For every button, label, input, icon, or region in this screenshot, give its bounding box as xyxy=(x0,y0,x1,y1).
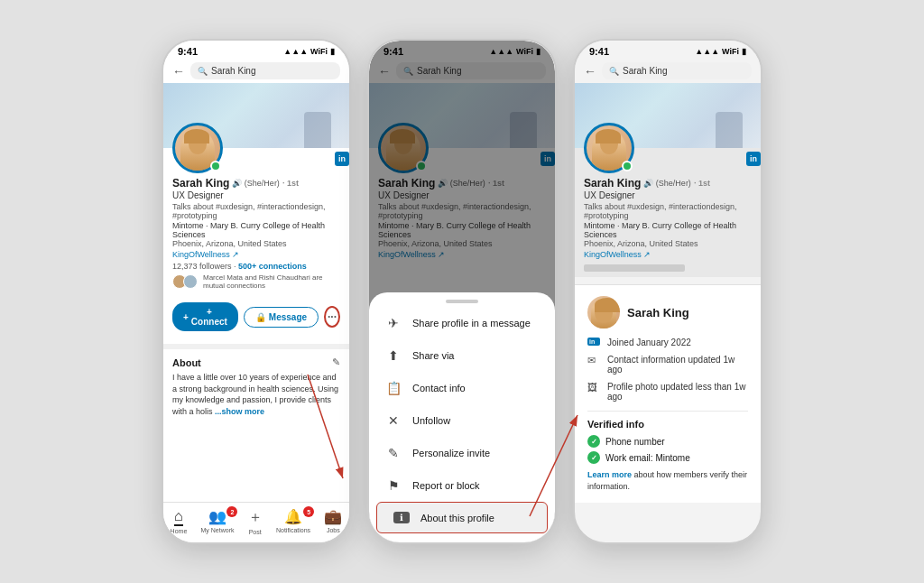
unfollow-icon: ✕ xyxy=(385,413,402,428)
contact-info-label: Contact info xyxy=(412,383,466,393)
connections-1: 500+ connections xyxy=(238,262,307,271)
about-text-1: I have a little over 10 years of experie… xyxy=(172,372,340,417)
about-section-1: About ✎ I have a little over 10 years of… xyxy=(163,344,349,424)
report-icon: ⚑ xyxy=(385,478,402,493)
time-3: 9:41 xyxy=(589,46,609,57)
search-bar-1: ← 🔍 Sarah King xyxy=(163,59,349,83)
verified-phone: ✓ Phone number xyxy=(587,435,748,448)
nav-jobs-1[interactable]: 💼 Jobs xyxy=(324,508,342,535)
panel-name-text: Sarah King xyxy=(627,306,689,319)
sheet-item-contact-info[interactable]: 📋 Contact info xyxy=(369,372,555,404)
about-profile-panel: Sarah King in Joined January 2022 ✉ Cont… xyxy=(575,284,761,503)
nav-post-1[interactable]: ＋ Post xyxy=(248,508,263,535)
sheet-item-personalize[interactable]: ✎ Personalize invite xyxy=(369,437,555,469)
envelope-icon: ✉ xyxy=(587,355,600,366)
panel-avatar xyxy=(587,296,620,329)
time-1: 9:41 xyxy=(178,46,198,57)
nav-home-1[interactable]: ⌂ Home xyxy=(171,508,188,535)
contact-info-icon: 📋 xyxy=(385,381,402,395)
edit-icon-1[interactable]: ✎ xyxy=(332,356,340,368)
panel-name: Sarah King xyxy=(587,296,748,329)
action-buttons-1: + + Connect 🔒 Message ··· xyxy=(163,302,349,338)
sheet-item-unfollow[interactable]: ✕ Unfollow xyxy=(369,404,555,437)
status-icons-1: ▲▲▲ WiFi ▮ xyxy=(283,47,335,56)
nav-notifications-1[interactable]: 🔔 5 Notifications xyxy=(276,508,310,535)
nav-network-1[interactable]: 👥 2 My Network xyxy=(201,508,235,535)
profile-section-1: in Sarah King 🔊 (She/Her) · 1st UX Desig… xyxy=(163,148,349,295)
signal-icon-1: ▲▲▲ xyxy=(283,47,308,56)
profile-company-3: Mintome · Mary B. Curry College of Healt… xyxy=(584,221,752,239)
search-icon-3: 🔍 xyxy=(609,67,619,76)
followers-1: 12,373 followers · 500+ connections xyxy=(172,262,340,271)
photo-icon: 🖼 xyxy=(587,382,600,393)
share-message-icon: ✈ xyxy=(385,316,402,330)
status-bar-3: 9:41 ▲▲▲ WiFi ▮ xyxy=(575,41,761,59)
sheet-item-about-profile[interactable]: ℹ About this profile xyxy=(376,502,548,533)
phone-1: 9:41 ▲▲▲ WiFi ▮ ← 🔍 Sarah King xyxy=(162,39,351,544)
share-via-icon: ⬆ xyxy=(385,348,402,363)
learn-more-link[interactable]: Learn more xyxy=(587,470,632,479)
degree-badge-3: · 1st xyxy=(694,179,710,188)
degree-badge-1: · 1st xyxy=(282,179,299,188)
profile-name-1: Sarah King 🔊 (She/Her) · 1st xyxy=(172,177,340,190)
panel-info-joined: in Joined January 2022 xyxy=(587,338,748,347)
avatar-wrap-3 xyxy=(584,123,634,173)
more-button-1[interactable]: ··· xyxy=(324,306,340,328)
search-text-1: Sarah King xyxy=(211,66,255,76)
battery-icon-3: ▮ xyxy=(742,47,746,56)
personalize-icon: ✎ xyxy=(385,446,402,460)
online-status-3 xyxy=(622,161,633,171)
post-icon-1: ＋ xyxy=(248,508,263,527)
verified-section: Verified info ✓ Phone number ✓ Work emai… xyxy=(587,411,748,492)
sheet-item-report[interactable]: ⚑ Report or block xyxy=(369,469,555,502)
about-title-1: About xyxy=(172,357,201,368)
mutual-avatars-1 xyxy=(172,274,194,289)
message-button-1[interactable]: 🔒 Message xyxy=(244,307,319,328)
about-profile-label: About this profile xyxy=(420,513,494,523)
pronouns-1: 🔊 (She/Her) xyxy=(232,179,280,188)
signal-icon-3: ▲▲▲ xyxy=(695,47,719,56)
phone-2: 9:41 ▲▲▲ WiFi ▮ ← 🔍 Sarah King xyxy=(367,39,557,544)
mutual-avatar-1b xyxy=(183,274,198,289)
home-icon-1: ⌂ xyxy=(174,508,183,526)
report-label: Report or block xyxy=(412,480,480,491)
share-via-label: Share via xyxy=(412,350,454,361)
phone-3: 9:41 ▲▲▲ WiFi ▮ ← 🔍 Sarah King xyxy=(573,39,762,544)
about-profile-icon: ℹ xyxy=(393,512,410,523)
notifications-badge-1: 5 xyxy=(303,506,314,517)
show-more-1[interactable]: ...show more xyxy=(215,407,264,416)
profile-link-1[interactable]: KingOfWellness ↗ xyxy=(172,250,340,259)
verified-email: ✓ Work email: Mintome xyxy=(587,451,748,464)
back-button-1[interactable]: ← xyxy=(172,64,185,79)
search-icon-1: 🔍 xyxy=(198,67,208,76)
search-text-3: Sarah King xyxy=(623,66,667,76)
back-button-3[interactable]: ← xyxy=(584,64,596,79)
profile-link-3[interactable]: KingOfWellness ↗ xyxy=(584,250,752,259)
profile-title-1: UX Designer xyxy=(172,190,340,200)
search-input-1[interactable]: 🔍 Sarah King xyxy=(190,62,340,79)
linkedin-badge-3: in xyxy=(746,152,761,166)
online-status-1 xyxy=(210,161,221,171)
wifi-icon-3: WiFi xyxy=(722,47,739,56)
pronouns-3: 🔊 (She/Her) xyxy=(643,179,691,188)
search-bar-3: ← 🔍 Sarah King xyxy=(575,59,761,83)
avatar-wrap-1 xyxy=(172,123,223,173)
panel-info-contact: ✉ Contact information updated 1w ago xyxy=(587,355,748,375)
battery-icon-1: ▮ xyxy=(330,47,335,56)
notifications-icon-1: 🔔 xyxy=(284,508,302,525)
network-badge-1: 2 xyxy=(226,506,237,517)
verified-title: Verified info xyxy=(587,419,748,430)
wifi-icon-1: WiFi xyxy=(310,47,328,56)
connect-button-1[interactable]: + + Connect xyxy=(172,302,238,331)
sheet-item-share-via[interactable]: ⬆ Share via xyxy=(369,339,555,372)
lock-icon-1: 🔒 xyxy=(255,312,266,322)
profile-company-1: Mintome · Mary B. Curry College of Healt… xyxy=(172,221,340,239)
sheet-item-share-message[interactable]: ✈ Share profile in a message xyxy=(369,307,555,339)
check-circle-email: ✓ xyxy=(587,451,600,464)
mutual-text-1: Marcel Mata and Rishi Chaudhari are mutu… xyxy=(203,273,340,290)
check-circle-phone: ✓ xyxy=(587,435,600,448)
bottom-sheet-2: ✈ Share profile in a message ⬆ Share via… xyxy=(369,292,555,542)
mutual-line-1: Marcel Mata and Rishi Chaudhari are mutu… xyxy=(172,273,340,290)
linkedin-info-icon: in xyxy=(587,338,600,346)
search-input-3[interactable]: 🔍 Sarah King xyxy=(602,62,752,79)
